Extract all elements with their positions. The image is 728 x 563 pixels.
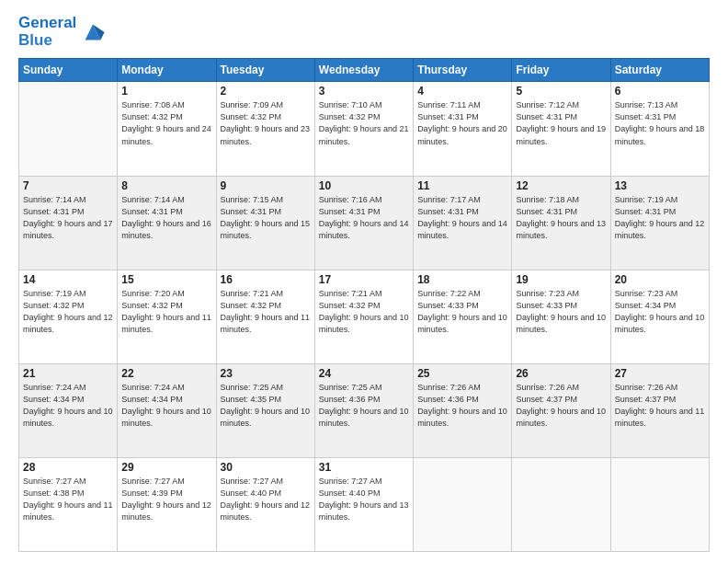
day-info: Sunrise: 7:14 AMSunset: 4:31 PMDaylight:…: [121, 194, 211, 242]
day-info: Sunrise: 7:26 AMSunset: 4:37 PMDaylight:…: [615, 382, 705, 430]
day-number: 14: [23, 273, 113, 286]
weekday-header-wednesday: Wednesday: [314, 59, 413, 82]
day-info: Sunrise: 7:27 AMSunset: 4:40 PMDaylight:…: [319, 476, 409, 523]
day-info: Sunrise: 7:21 AMSunset: 4:32 PMDaylight:…: [221, 288, 311, 336]
calendar-cell: 25Sunrise: 7:26 AMSunset: 4:36 PMDayligh…: [414, 363, 512, 457]
calendar-week-row: 28Sunrise: 7:27 AMSunset: 4:38 PMDayligh…: [19, 457, 710, 551]
logo-icon: [80, 19, 106, 45]
weekday-header-friday: Friday: [512, 59, 610, 82]
calendar-cell: 2Sunrise: 7:09 AMSunset: 4:32 PMDaylight…: [216, 82, 314, 176]
calendar-cell: [610, 457, 709, 551]
day-number: 13: [615, 179, 705, 192]
calendar-cell: 16Sunrise: 7:21 AMSunset: 4:32 PMDayligh…: [216, 270, 314, 363]
weekday-header-sunday: Sunday: [19, 59, 118, 82]
day-info: Sunrise: 7:23 AMSunset: 4:34 PMDaylight:…: [615, 288, 705, 336]
day-info: Sunrise: 7:25 AMSunset: 4:36 PMDaylight:…: [319, 382, 409, 430]
calendar-cell: 9Sunrise: 7:15 AMSunset: 4:31 PMDaylight…: [216, 176, 314, 270]
calendar-cell: 27Sunrise: 7:26 AMSunset: 4:37 PMDayligh…: [610, 363, 709, 457]
calendar-cell: 15Sunrise: 7:20 AMSunset: 4:32 PMDayligh…: [118, 270, 216, 363]
day-number: 30: [221, 461, 311, 474]
day-number: 23: [221, 367, 311, 380]
calendar-cell: 6Sunrise: 7:13 AMSunset: 4:31 PMDaylight…: [610, 82, 709, 176]
day-info: Sunrise: 7:18 AMSunset: 4:31 PMDaylight:…: [516, 194, 606, 242]
calendar-table: SundayMondayTuesdayWednesdayThursdayFrid…: [18, 58, 710, 552]
weekday-header-tuesday: Tuesday: [216, 59, 314, 82]
calendar-cell: 4Sunrise: 7:11 AMSunset: 4:31 PMDaylight…: [414, 82, 512, 176]
calendar-week-row: 7Sunrise: 7:14 AMSunset: 4:31 PMDaylight…: [19, 176, 710, 270]
calendar-header-row: SundayMondayTuesdayWednesdayThursdayFrid…: [19, 59, 710, 82]
day-number: 21: [23, 367, 113, 380]
calendar-cell: 22Sunrise: 7:24 AMSunset: 4:34 PMDayligh…: [118, 363, 216, 457]
day-number: 2: [221, 85, 311, 98]
day-number: 22: [121, 367, 211, 380]
day-number: 19: [516, 273, 606, 286]
calendar-cell: 30Sunrise: 7:27 AMSunset: 4:40 PMDayligh…: [216, 457, 314, 551]
day-info: Sunrise: 7:24 AMSunset: 4:34 PMDaylight:…: [121, 382, 211, 430]
day-info: Sunrise: 7:26 AMSunset: 4:36 PMDaylight:…: [417, 382, 507, 430]
calendar-week-row: 14Sunrise: 7:19 AMSunset: 4:32 PMDayligh…: [19, 270, 710, 363]
calendar-cell: 20Sunrise: 7:23 AMSunset: 4:34 PMDayligh…: [610, 270, 709, 363]
day-number: 17: [319, 273, 409, 286]
day-info: Sunrise: 7:10 AMSunset: 4:32 PMDaylight:…: [319, 99, 409, 147]
day-number: 9: [221, 179, 311, 192]
calendar-cell: 3Sunrise: 7:10 AMSunset: 4:32 PMDaylight…: [314, 82, 413, 176]
day-number: 26: [516, 367, 606, 380]
calendar-cell: 26Sunrise: 7:26 AMSunset: 4:37 PMDayligh…: [512, 363, 610, 457]
calendar-cell: 17Sunrise: 7:21 AMSunset: 4:32 PMDayligh…: [314, 270, 413, 363]
day-info: Sunrise: 7:27 AMSunset: 4:39 PMDaylight:…: [121, 476, 211, 523]
day-info: Sunrise: 7:17 AMSunset: 4:31 PMDaylight:…: [417, 194, 507, 242]
day-number: 4: [417, 85, 507, 98]
day-info: Sunrise: 7:16 AMSunset: 4:31 PMDaylight:…: [319, 194, 409, 242]
day-number: 8: [121, 179, 211, 192]
calendar-cell: [512, 457, 610, 551]
day-info: Sunrise: 7:23 AMSunset: 4:33 PMDaylight:…: [516, 288, 606, 336]
calendar-cell: 18Sunrise: 7:22 AMSunset: 4:33 PMDayligh…: [414, 270, 512, 363]
calendar-cell: 12Sunrise: 7:18 AMSunset: 4:31 PMDayligh…: [512, 176, 610, 270]
day-number: 7: [23, 179, 113, 192]
calendar-cell: 31Sunrise: 7:27 AMSunset: 4:40 PMDayligh…: [314, 457, 413, 551]
day-number: 31: [319, 461, 409, 474]
calendar-cell: 7Sunrise: 7:14 AMSunset: 4:31 PMDaylight…: [19, 176, 118, 270]
day-number: 16: [221, 273, 311, 286]
day-number: 11: [417, 179, 507, 192]
day-info: Sunrise: 7:14 AMSunset: 4:31 PMDaylight:…: [23, 194, 113, 242]
calendar-cell: [414, 457, 512, 551]
day-number: 25: [417, 367, 507, 380]
day-number: 29: [121, 461, 211, 474]
day-info: Sunrise: 7:11 AMSunset: 4:31 PMDaylight:…: [417, 99, 507, 147]
calendar-cell: 24Sunrise: 7:25 AMSunset: 4:36 PMDayligh…: [314, 363, 413, 457]
calendar-cell: 11Sunrise: 7:17 AMSunset: 4:31 PMDayligh…: [414, 176, 512, 270]
calendar-cell: 21Sunrise: 7:24 AMSunset: 4:34 PMDayligh…: [19, 363, 118, 457]
calendar-week-row: 21Sunrise: 7:24 AMSunset: 4:34 PMDayligh…: [19, 363, 710, 457]
logo: General Blue: [18, 15, 106, 49]
calendar-cell: 1Sunrise: 7:08 AMSunset: 4:32 PMDaylight…: [118, 82, 216, 176]
day-info: Sunrise: 7:26 AMSunset: 4:37 PMDaylight:…: [516, 382, 606, 430]
day-info: Sunrise: 7:27 AMSunset: 4:38 PMDaylight:…: [23, 476, 113, 523]
day-number: 1: [121, 85, 211, 98]
day-info: Sunrise: 7:12 AMSunset: 4:31 PMDaylight:…: [516, 99, 606, 147]
logo-text-line2: Blue: [18, 32, 76, 50]
day-number: 6: [615, 85, 705, 98]
day-number: 24: [319, 367, 409, 380]
calendar-cell: 8Sunrise: 7:14 AMSunset: 4:31 PMDaylight…: [118, 176, 216, 270]
day-number: 18: [417, 273, 507, 286]
calendar-cell: [19, 82, 118, 176]
calendar-cell: 5Sunrise: 7:12 AMSunset: 4:31 PMDaylight…: [512, 82, 610, 176]
calendar-week-row: 1Sunrise: 7:08 AMSunset: 4:32 PMDaylight…: [19, 82, 710, 176]
day-number: 28: [23, 461, 113, 474]
day-info: Sunrise: 7:13 AMSunset: 4:31 PMDaylight:…: [615, 99, 705, 147]
day-info: Sunrise: 7:15 AMSunset: 4:31 PMDaylight:…: [221, 194, 311, 242]
page: General Blue SundayMondayTuesdayWednesda…: [0, 0, 728, 563]
day-info: Sunrise: 7:19 AMSunset: 4:31 PMDaylight:…: [615, 194, 705, 242]
weekday-header-saturday: Saturday: [610, 59, 709, 82]
day-number: 12: [516, 179, 606, 192]
day-info: Sunrise: 7:25 AMSunset: 4:35 PMDaylight:…: [221, 382, 311, 430]
weekday-header-monday: Monday: [118, 59, 216, 82]
day-number: 10: [319, 179, 409, 192]
header: General Blue: [18, 15, 710, 49]
weekday-header-thursday: Thursday: [414, 59, 512, 82]
day-number: 20: [615, 273, 705, 286]
day-info: Sunrise: 7:09 AMSunset: 4:32 PMDaylight:…: [221, 99, 311, 147]
day-info: Sunrise: 7:20 AMSunset: 4:32 PMDaylight:…: [121, 288, 211, 336]
day-number: 27: [615, 367, 705, 380]
